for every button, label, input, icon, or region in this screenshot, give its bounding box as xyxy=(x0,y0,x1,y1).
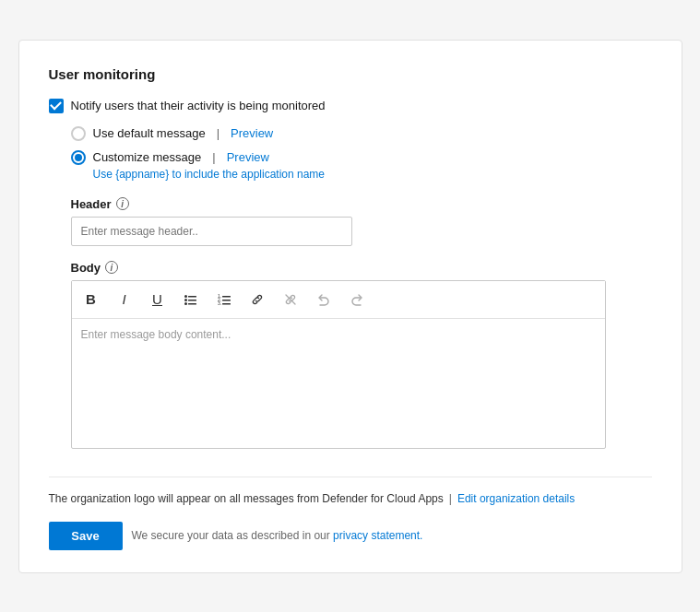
svg-rect-5 xyxy=(188,303,196,305)
body-placeholder: Enter message body content... xyxy=(81,328,231,341)
header-label: Header i xyxy=(71,197,652,211)
body-label: Body i xyxy=(71,261,652,275)
body-info-icon[interactable]: i xyxy=(105,261,118,274)
radio-group: Use default message | Preview Customize … xyxy=(71,126,652,181)
radio-default-label: Use default message xyxy=(93,126,206,140)
svg-rect-11 xyxy=(222,303,231,305)
header-input[interactable] xyxy=(71,217,352,246)
toolbar: B I U 1. xyxy=(72,281,605,319)
separator-1: | xyxy=(217,126,219,140)
notify-checkbox-row[interactable]: Notify users that their activity is bein… xyxy=(49,99,652,113)
editor-container: B I U 1. xyxy=(71,280,606,449)
toolbar-numbered-list-button[interactable]: 1. 2. 3. xyxy=(208,285,240,314)
svg-rect-9 xyxy=(222,300,231,301)
header-info-icon[interactable]: i xyxy=(116,197,129,210)
svg-point-0 xyxy=(184,295,187,298)
svg-rect-3 xyxy=(188,300,196,301)
svg-point-4 xyxy=(184,302,187,305)
footer-bar: The organization logo will appear on all… xyxy=(49,477,652,505)
body-section: Body i B I U xyxy=(71,261,652,449)
toolbar-underline-button[interactable]: U xyxy=(142,285,173,314)
customize-hint: Use {appname} to include the application… xyxy=(93,168,652,181)
radio-customize[interactable] xyxy=(71,150,86,165)
radio-row-default[interactable]: Use default message | Preview xyxy=(71,126,652,141)
page-title: User monitoring xyxy=(49,66,652,82)
radio-customize-label: Customize message xyxy=(93,150,202,164)
privacy-link[interactable]: privacy statement. xyxy=(333,529,422,542)
toolbar-bullet-list-button[interactable] xyxy=(175,285,207,314)
svg-text:3.: 3. xyxy=(218,300,221,306)
preview-link-default[interactable]: Preview xyxy=(231,126,273,140)
toolbar-italic-button[interactable]: I xyxy=(109,285,140,314)
radio-customize-container: Customize message | Preview Use {appname… xyxy=(71,150,652,181)
user-monitoring-card: User monitoring Notify users that their … xyxy=(18,40,682,573)
svg-point-2 xyxy=(184,299,187,301)
body-editor[interactable]: Enter message body content... xyxy=(72,319,605,448)
toolbar-unlink-button[interactable] xyxy=(275,285,306,314)
toolbar-bold-button[interactable]: B xyxy=(76,285,107,314)
radio-row-customize[interactable]: Customize message | Preview xyxy=(71,150,652,165)
notify-checkbox-label: Notify users that their activity is bein… xyxy=(71,99,326,112)
preview-link-customize[interactable]: Preview xyxy=(227,150,269,164)
save-button[interactable]: Save xyxy=(49,522,123,550)
header-section: Header i xyxy=(71,197,652,246)
radio-customize-dot xyxy=(75,154,82,161)
edit-org-details-link[interactable]: Edit organization details xyxy=(457,492,575,505)
actions-row: Save We secure your data as described in… xyxy=(49,522,652,550)
footer-text: The organization logo will appear on all… xyxy=(49,492,444,505)
privacy-text: We secure your data as described in our … xyxy=(132,529,423,542)
svg-rect-7 xyxy=(222,296,231,298)
toolbar-link-button[interactable] xyxy=(242,285,273,314)
footer-pipe: | xyxy=(449,492,452,505)
toolbar-undo-button[interactable] xyxy=(308,285,339,314)
notify-checkbox[interactable] xyxy=(49,99,64,113)
radio-default[interactable] xyxy=(71,126,86,141)
separator-2: | xyxy=(212,150,215,164)
svg-rect-1 xyxy=(188,296,196,298)
toolbar-redo-button[interactable] xyxy=(341,285,373,314)
